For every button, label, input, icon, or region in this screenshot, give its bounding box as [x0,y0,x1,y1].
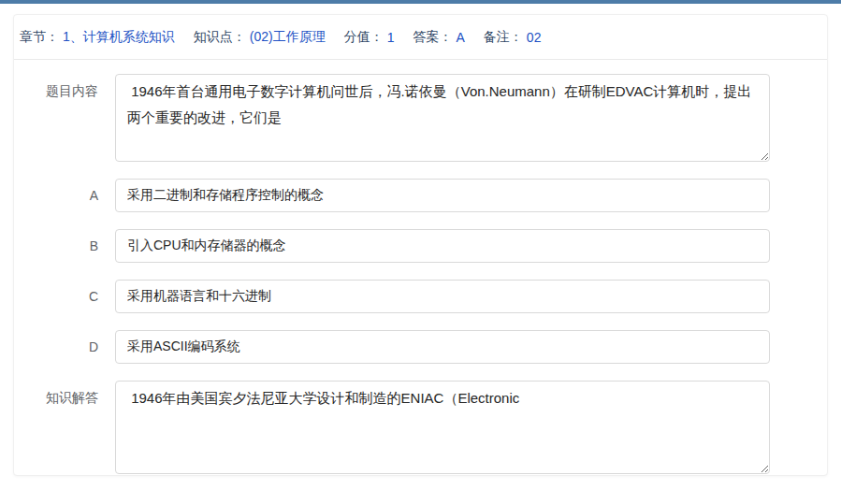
option-row-d: D [14,330,827,364]
question-content-label: 题目内容 [14,74,98,108]
explanation-label: 知识解答 [14,381,98,414]
option-row-a: A [14,179,827,212]
option-row-c: C [14,280,827,313]
remark-value: 02 [527,30,542,45]
meta-item-answer: 答案： A [413,29,465,46]
option-c-input[interactable] [115,280,770,313]
option-row-b: B [14,229,827,263]
option-label-b: B [14,229,98,263]
question-content-row: 题目内容 1946年首台通用电子数字计算机问世后，冯.诺依曼（Von.Neuma… [14,74,827,162]
meta-item-knowledge-point: 知识点： (02)工作原理 [194,29,326,46]
chapter-label: 章节： [20,29,59,46]
remark-label: 备注： [484,29,523,46]
option-label-c: C [14,280,98,313]
score-label: 分值： [344,29,384,46]
meta-bar: 章节： 1、计算机系统知识 知识点： (02)工作原理 分值： 1 答案： A … [14,15,827,60]
option-label-d: D [14,330,98,364]
option-label-a: A [14,179,98,212]
option-b-input[interactable] [115,229,770,263]
explanation-textarea[interactable]: 1946年由美国宾夕法尼亚大学设计和制造的ENIAC（Electronic [115,381,770,474]
meta-item-chapter: 章节： 1、计算机系统知识 [20,29,175,46]
knowledge-point-value: (02)工作原理 [250,29,326,46]
meta-item-remark: 备注： 02 [484,29,542,46]
chapter-value: 1、计算机系统知识 [63,29,175,46]
question-form: 题目内容 1946年首台通用电子数字计算机问世后，冯.诺依曼（Von.Neuma… [14,60,827,474]
knowledge-point-label: 知识点： [194,29,246,46]
top-accent-bar [0,0,841,4]
answer-label: 答案： [413,29,453,46]
option-d-input[interactable] [115,330,770,364]
meta-item-score: 分值： 1 [344,29,395,46]
question-content-textarea[interactable]: 1946年首台通用电子数字计算机问世后，冯.诺依曼（Von.Neumann）在研… [115,74,770,162]
explanation-row: 知识解答 1946年由美国宾夕法尼亚大学设计和制造的ENIAC（Electron… [14,381,827,474]
question-card: 章节： 1、计算机系统知识 知识点： (02)工作原理 分值： 1 答案： A … [13,14,828,476]
score-value: 1 [387,30,395,45]
option-a-input[interactable] [115,179,770,212]
answer-value: A [457,30,465,45]
